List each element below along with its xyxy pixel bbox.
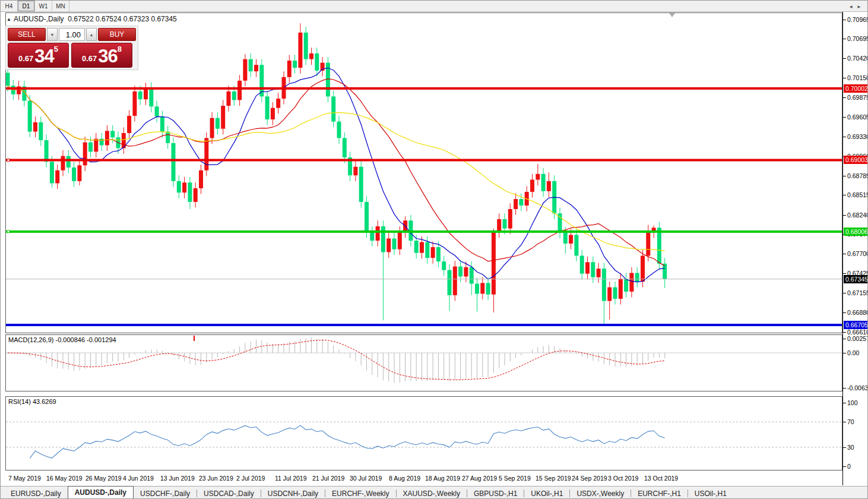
macd-canvas[interactable] — [6, 335, 842, 391]
rsi-tick-tick — [843, 422, 846, 422]
date-label: 11 Jul 2019 — [275, 475, 307, 482]
price-tick-tick — [843, 97, 846, 98]
timeframe-toolbar: H4D1W1MN — [1, 1, 868, 12]
date-label: 3 Oct 2019 — [608, 475, 638, 482]
tab-usdchf-daily[interactable]: USDCHF-,Daily — [134, 488, 197, 499]
candle — [607, 282, 612, 320]
macd-tick: 0.002574 — [847, 335, 868, 342]
date-label: 30 Jul 2019 — [350, 475, 382, 482]
tab-scroll-arrows[interactable]: ◄► — [848, 4, 865, 10]
candle — [585, 257, 590, 280]
candle — [574, 229, 578, 261]
candle — [403, 216, 407, 238]
tab-usdx-weekly[interactable]: USDX-,Weekly — [570, 488, 631, 499]
tab-gbpusd-h1[interactable]: GBPUSD-,H1 — [467, 488, 524, 499]
price-tick: 0.70965 — [847, 16, 868, 23]
timeframe-button-h4[interactable]: H4 — [1, 1, 18, 11]
volume-input[interactable] — [59, 28, 85, 41]
buy-price-box[interactable]: 0.67 36 8 — [71, 43, 132, 68]
macd-marker — [194, 336, 195, 341]
candle — [39, 116, 43, 146]
chevron-up-icon: ▲ — [90, 33, 94, 37]
rsi-pane[interactable]: RSI(14) 43.6269 — [5, 396, 842, 470]
price-level-badge-0.70002[interactable]: 0.70002 — [844, 84, 868, 93]
rsi-tick-tick — [843, 466, 846, 467]
candle — [453, 261, 457, 301]
candle — [72, 162, 76, 187]
price-level-badge-0.68006[interactable]: 0.68006 — [844, 228, 868, 236]
scroll-right-icon[interactable]: ► — [857, 4, 865, 10]
date-axis[interactable]: 7 May 201916 May 201926 May 20194 Jun 20… — [1, 470, 842, 486]
candle — [624, 273, 628, 297]
candle — [94, 133, 98, 157]
candle — [160, 111, 164, 138]
tab-xauusd-weekly[interactable]: XAUUSD-,Weekly — [397, 488, 467, 499]
sell-price-main: 34 — [34, 48, 53, 65]
macd-tick: 0.00 — [847, 349, 859, 356]
chart-title-symbol: AUDUSD-,Daily — [14, 15, 64, 23]
date-label: 5 Sep 2019 — [499, 475, 531, 482]
horizontal-line-0.69003[interactable] — [6, 159, 842, 161]
macd-pane[interactable]: MACD(12,26,9) -0.000846 -0.001294 — [5, 334, 842, 391]
price-tick-tick — [843, 176, 846, 176]
timeframe-button-d1[interactable]: D1 — [18, 1, 35, 11]
candle — [492, 229, 496, 312]
date-label: 23 Jun 2019 — [199, 475, 233, 482]
date-label: 27 Aug 2019 — [462, 475, 497, 482]
tab-audusd-daily[interactable]: AUDUSD-,Daily — [68, 486, 134, 499]
candle — [475, 278, 479, 312]
candle — [304, 27, 308, 65]
tab-eurchf-weekly[interactable]: EURCHF-,Weekly — [325, 488, 395, 499]
candle — [166, 126, 170, 149]
chart-title-ohlc: 0.67522 0.67524 0.67323 0.67345 — [68, 15, 177, 23]
tab-ukoil-h1[interactable]: UKOil-,H1 — [524, 488, 569, 499]
price-tick-tick — [843, 312, 846, 313]
tab-usoil-h1[interactable]: USOil-,H1 — [688, 488, 733, 499]
timeframe-button-w1[interactable]: W1 — [35, 1, 52, 11]
sell-price-prefix: 0.67 — [18, 54, 33, 63]
candle — [337, 116, 341, 144]
price-tick-tick — [843, 195, 846, 195]
candle — [100, 133, 104, 151]
rsi-canvas[interactable] — [6, 397, 842, 470]
candle — [210, 112, 214, 144]
price-tick: 0.70420 — [847, 55, 868, 62]
candle — [530, 174, 534, 198]
sell-price-box[interactable]: 0.67 34 5 — [8, 43, 69, 68]
horizontal-line-0.70002[interactable] — [6, 87, 842, 90]
date-label: 24 Sep 2019 — [572, 475, 607, 482]
volume-increase-button[interactable]: ▲ — [86, 28, 97, 41]
tab-usdcnh-daily[interactable]: USDCNH-,Daily — [261, 488, 325, 499]
price-level-badge-0.69003[interactable]: 0.69003 — [844, 156, 868, 164]
scroll-left-icon[interactable]: ◄ — [848, 4, 857, 10]
candle — [127, 110, 131, 138]
date-label: 21 Jul 2019 — [312, 475, 344, 482]
price-tick-tick — [843, 273, 846, 274]
macd-tick-tick — [843, 353, 846, 353]
candle — [28, 95, 32, 137]
price-tick-tick — [843, 39, 846, 39]
candle — [155, 101, 159, 122]
price-tick-tick — [843, 78, 846, 78]
candle — [265, 91, 270, 125]
candle — [348, 151, 352, 181]
buy-button[interactable]: BUY — [98, 28, 136, 41]
timeframe-button-mn[interactable]: MN — [52, 1, 69, 11]
sell-button[interactable]: SELL — [8, 28, 46, 41]
candle — [541, 168, 546, 197]
price-axis[interactable]: 0.709650.706950.704200.701500.698750.696… — [842, 12, 868, 485]
horizontal-line-0.66705[interactable] — [6, 324, 842, 326]
horizontal-line-0.68006[interactable] — [6, 230, 842, 233]
chart-shift-marker-icon[interactable] — [669, 13, 675, 17]
one-click-panel-toggle-icon[interactable]: ▲ — [7, 17, 11, 22]
volume-decrease-button[interactable]: ▼ — [47, 28, 58, 41]
candle — [480, 277, 484, 299]
buy-price-prefix: 0.67 — [82, 54, 97, 63]
one-click-trade-panel: SELL ▼ ▲ BUY 0.67 34 5 0.67 36 8 — [5, 26, 138, 70]
candle — [370, 226, 374, 247]
tab-usdcad-daily[interactable]: USDCAD-,Daily — [197, 488, 261, 499]
candle — [243, 54, 247, 86]
tab-eurchf-h1[interactable]: EURCHF-,H1 — [631, 488, 688, 499]
tab-eurusd-daily[interactable]: EURUSD-,Daily — [4, 488, 68, 499]
price-level-badge-0.66705[interactable]: 0.66705 — [844, 321, 868, 329]
